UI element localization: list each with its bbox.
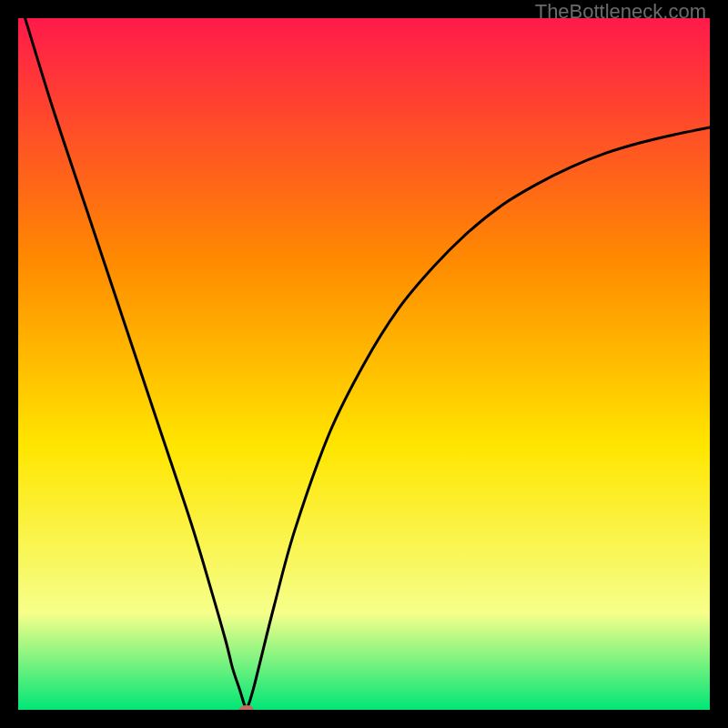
plot-area: [18, 18, 710, 710]
chart-container: TheBottleneck.com: [0, 0, 728, 728]
watermark-text: TheBottleneck.com: [535, 0, 706, 24]
bottleneck-chart: [18, 18, 710, 710]
